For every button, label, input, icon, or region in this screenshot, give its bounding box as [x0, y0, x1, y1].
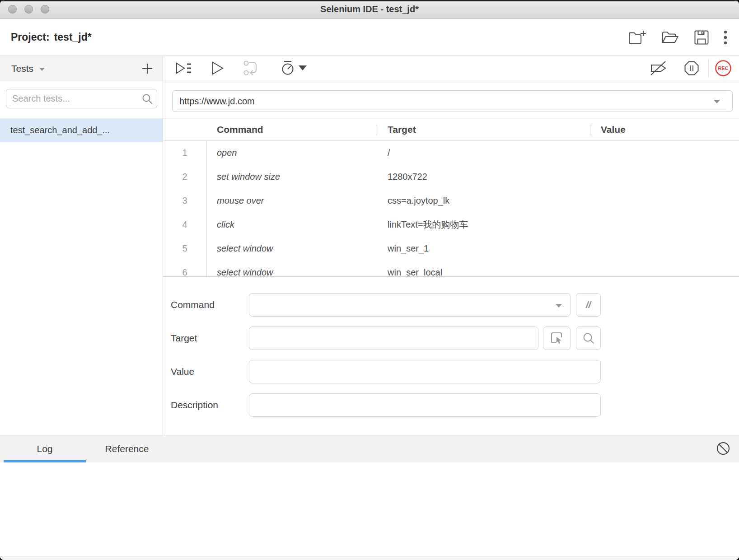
row-target: css=a.joytop_lk [376, 196, 590, 206]
value-field-label: Value [171, 360, 194, 383]
tests-dropdown[interactable]: Tests [11, 63, 33, 74]
tab-log[interactable]: Log [4, 435, 86, 462]
log-content [0, 462, 739, 560]
row-number-header [163, 119, 206, 140]
command-row[interactable]: 5select windowwin_ser_1 [163, 237, 739, 261]
comment-toggle-label: // [586, 300, 591, 310]
test-list-item[interactable]: test_search_and_add_... [0, 118, 163, 142]
row-number: 3 [163, 196, 206, 206]
more-options-icon [724, 30, 727, 45]
project-name: test_jd* [54, 31, 92, 43]
execution-speed-icon [281, 61, 295, 76]
disable-breakpoints-icon [650, 60, 667, 76]
value-column-header: Value [590, 119, 739, 140]
command-row[interactable]: 3mouse overcss=a.joytop_lk [163, 189, 739, 213]
description-editor-row: Description [163, 393, 739, 417]
row-command: select window [206, 243, 376, 254]
execution-speed-caret[interactable] [298, 56, 308, 80]
disable-breakpoints-button[interactable] [650, 56, 667, 80]
save-project-button[interactable] [694, 30, 709, 45]
command-editor-row: Command // [163, 293, 739, 317]
row-target: win_ser_local [376, 267, 590, 276]
project-actions [628, 19, 727, 56]
command-row[interactable]: 6select windowwin_ser_local [163, 261, 739, 276]
run-current-test-button[interactable] [210, 56, 226, 80]
toolbar-separator [708, 59, 709, 77]
row-number: 5 [163, 243, 206, 254]
step-over-icon [243, 60, 259, 76]
run-all-tests-icon [175, 60, 192, 76]
project-title: Project: test_jd* [11, 19, 92, 56]
row-number: 1 [163, 148, 206, 158]
window-top-edge [0, 0, 739, 1]
more-options-button[interactable] [724, 30, 727, 45]
pause-on-exceptions-button[interactable] [683, 56, 700, 80]
find-target-button[interactable] [576, 327, 601, 350]
command-row[interactable]: 4clicklinkText=我的购物车 [163, 213, 739, 237]
clear-log-button[interactable] [716, 441, 730, 456]
search-tests [6, 89, 157, 108]
svg-text:REC: REC [718, 65, 728, 71]
select-target-icon [550, 331, 564, 345]
url-dropdown-caret-icon[interactable] [714, 100, 720, 103]
target-field [249, 327, 538, 350]
base-url-input[interactable] [172, 90, 733, 112]
command-field-label: Command [171, 293, 215, 317]
new-project-icon [628, 30, 647, 45]
tab-reference[interactable]: Reference [86, 435, 168, 462]
value-editor-row: Value [163, 360, 739, 383]
toolbar: REC [163, 56, 739, 80]
execution-speed-button[interactable] [279, 56, 297, 80]
run-all-tests-button[interactable] [175, 56, 192, 80]
log-tabbar: LogReference [0, 435, 739, 462]
project-label: Project: [11, 31, 50, 43]
clear-log-icon [716, 441, 730, 456]
add-test-button[interactable] [142, 63, 153, 74]
description-input[interactable] [249, 394, 600, 416]
row-target: win_ser_1 [376, 243, 590, 254]
target-input[interactable] [249, 327, 538, 350]
command-row[interactable]: 2set window size1280x722 [163, 165, 739, 189]
open-project-button[interactable] [661, 30, 679, 45]
row-number: 6 [163, 267, 206, 276]
value-input[interactable] [249, 360, 600, 383]
caret-down-icon [299, 65, 307, 71]
target-field-label: Target [171, 327, 197, 350]
project-bar: Project: test_jd* [0, 19, 739, 56]
record-button[interactable]: REC [715, 56, 732, 80]
command-editor: Command // Target [163, 276, 739, 435]
run-current-test-icon [211, 61, 224, 75]
log-panel: LogReference [0, 435, 739, 560]
new-project-button[interactable] [628, 30, 647, 45]
row-number-divider [206, 141, 207, 276]
description-field [249, 393, 601, 417]
row-command: click [206, 219, 376, 230]
select-target-button[interactable] [543, 327, 571, 350]
command-dropdown-caret-icon [556, 304, 562, 308]
command-rows: 1open/2set window size1280x7223mouse ove… [163, 141, 739, 276]
tests-dropdown-caret-icon[interactable] [39, 68, 45, 71]
comment-toggle-button[interactable]: // [576, 293, 601, 317]
row-command: set window size [206, 172, 376, 182]
description-field-label: Description [171, 393, 218, 417]
window-title: Selenium IDE - test_jd* [0, 0, 739, 19]
row-number: 4 [163, 219, 206, 230]
record-icon: REC [715, 60, 732, 77]
row-number: 2 [163, 172, 206, 182]
row-command: open [206, 148, 376, 158]
selenium-ide-window: Selenium IDE - test_jd* Project: test_jd… [0, 0, 739, 560]
value-field [249, 360, 601, 383]
command-select[interactable] [249, 293, 571, 317]
command-row[interactable]: 1open/ [163, 141, 739, 165]
window-bottom-edge [0, 556, 739, 560]
target-editor-row: Target [163, 327, 739, 350]
command-column-header: Command [206, 119, 376, 140]
pause-on-exceptions-icon [684, 61, 699, 76]
row-command: mouse over [206, 196, 376, 206]
log-tabs: LogReference [4, 435, 168, 462]
step-over-button[interactable] [243, 56, 259, 80]
titlebar[interactable]: Selenium IDE - test_jd* [0, 0, 739, 19]
search-tests-input[interactable] [6, 89, 157, 108]
row-target: / [376, 148, 590, 158]
base-url-bar [172, 90, 733, 112]
